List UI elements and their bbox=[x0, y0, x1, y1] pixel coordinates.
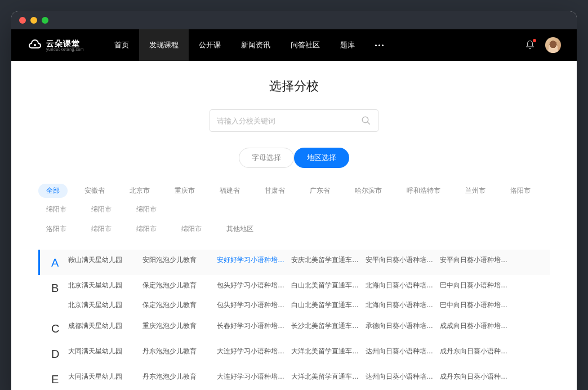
letter-section-E: E大同满天星幼儿园丹东泡泡少儿教育大连好学习小语种培训班大洋北美留学直通车分校达… bbox=[38, 366, 550, 390]
school-item[interactable]: 北京满天星幼儿园 bbox=[68, 281, 140, 290]
region-chip[interactable]: 绵阳市 bbox=[128, 202, 164, 216]
svg-point-1 bbox=[362, 117, 368, 123]
region-chip[interactable]: 其他地区 bbox=[219, 222, 261, 236]
maximize-window-button[interactable] bbox=[42, 17, 48, 24]
school-item[interactable]: 大连好学习小语种培训班 bbox=[217, 372, 289, 382]
region-chip[interactable]: 福建省 bbox=[212, 184, 248, 198]
school-item[interactable]: 安平向日葵小语种培训班 bbox=[366, 255, 438, 265]
school-item[interactable]: 大洋北美留学直通车分校 bbox=[291, 372, 363, 382]
logo[interactable]: 云朵课堂 yunduoketang.com bbox=[27, 37, 84, 53]
letter-section-D: D大同满天星幼儿园丹东泡泡少儿教育大连好学习小语种培训班大洋北美留学直通车分校达… bbox=[38, 341, 550, 366]
school-item[interactable]: 北海向日葵小语种培训班 bbox=[366, 281, 438, 290]
letter-label: D bbox=[51, 347, 68, 361]
close-window-button[interactable] bbox=[19, 17, 26, 24]
school-item[interactable]: 成都满天星幼儿园 bbox=[68, 321, 140, 331]
logo-text-cn: 云朵课堂 bbox=[46, 39, 84, 47]
school-item[interactable]: 鞍山满天星幼儿园 bbox=[68, 255, 140, 265]
school-item[interactable]: 大同满天星幼儿园 bbox=[68, 372, 140, 382]
cloud-logo-icon bbox=[27, 37, 43, 53]
letter-label: C bbox=[51, 321, 68, 335]
school-item[interactable]: 承德向日葵小语种培训班 bbox=[366, 321, 438, 331]
school-item[interactable]: 北京满天星幼儿园 bbox=[68, 300, 140, 310]
page-title: 选择分校 bbox=[38, 78, 550, 95]
region-chip[interactable]: 绵阳市 bbox=[38, 202, 74, 216]
region-chip[interactable]: 北京市 bbox=[122, 184, 158, 198]
region-chip[interactable]: 洛阳市 bbox=[38, 222, 74, 236]
search-input[interactable] bbox=[217, 117, 361, 125]
school-item[interactable]: 巴中向日葵小语种培训班 bbox=[440, 300, 512, 310]
notification-badge bbox=[533, 39, 536, 42]
school-item[interactable]: 成丹东向日葵小语种培训班 bbox=[440, 372, 512, 382]
region-chip[interactable]: 全部 bbox=[38, 184, 68, 198]
region-chip[interactable]: 甘肃省 bbox=[257, 184, 293, 198]
region-chip[interactable]: 绵阳市 bbox=[83, 222, 119, 236]
region-chip[interactable]: 绵阳市 bbox=[128, 222, 164, 236]
school-item[interactable]: 大洋北美留学直通车分校 bbox=[291, 347, 363, 356]
letter-label: E bbox=[51, 372, 68, 386]
svg-point-0 bbox=[34, 44, 36, 46]
letter-section-A: A鞍山满天星幼儿园安阳泡泡少儿教育安好好学习小语种培训班安庆北美留学直通车分校安… bbox=[38, 250, 550, 275]
school-item[interactable]: 安好好学习小语种培训班 bbox=[217, 255, 289, 265]
user-avatar[interactable] bbox=[545, 37, 561, 53]
region-chip[interactable]: 哈尔滨市 bbox=[347, 184, 390, 198]
region-chip[interactable]: 洛阳市 bbox=[502, 184, 538, 198]
region-chip[interactable]: 广东省 bbox=[302, 184, 338, 198]
notifications-button[interactable] bbox=[525, 40, 535, 50]
letter-label: B bbox=[51, 281, 68, 310]
school-item[interactable]: 长沙北美留学直通车分校 bbox=[291, 321, 363, 331]
region-chip[interactable]: 绵阳市 bbox=[83, 202, 119, 216]
letter-section-B: B北京满天星幼儿园保定泡泡少儿教育包头好学习小语种培训班白山北美留学直通车分校北… bbox=[38, 275, 550, 316]
school-item[interactable]: 达州向日葵小语种培训班 bbox=[366, 372, 438, 382]
school-item[interactable]: 丹东泡泡少儿教育 bbox=[142, 372, 215, 382]
window-titlebar bbox=[11, 11, 577, 29]
filter-tab-region[interactable]: 地区选择 bbox=[294, 148, 349, 168]
region-chip[interactable]: 兰州市 bbox=[457, 184, 493, 198]
nav-more-button[interactable] bbox=[365, 45, 394, 46]
svg-line-2 bbox=[367, 122, 370, 125]
region-chip[interactable]: 重庆市 bbox=[167, 184, 203, 198]
nav-item-5[interactable]: 题库 bbox=[330, 29, 365, 61]
school-item[interactable]: 白山北美留学直通车分校 bbox=[291, 300, 363, 310]
letter-label: A bbox=[51, 255, 68, 269]
letter-section-C: C成都满天星幼儿园重庆泡泡少儿教育长春好学习小语种培训班长沙北美留学直通车分校承… bbox=[38, 316, 550, 341]
region-chip[interactable]: 安徽省 bbox=[77, 184, 113, 198]
school-item[interactable]: 丹东泡泡少儿教育 bbox=[142, 347, 215, 356]
school-item[interactable]: 巴中向日葵小语种培训班 bbox=[440, 281, 512, 290]
school-item[interactable]: 成丹东向日葵小语种培训班 bbox=[440, 347, 512, 356]
school-item[interactable]: 保定泡泡少儿教育 bbox=[142, 300, 215, 310]
school-item[interactable]: 长春好学习小语种培训班 bbox=[217, 321, 289, 331]
minimize-window-button[interactable] bbox=[30, 17, 37, 24]
filter-tab-letter[interactable]: 字母选择 bbox=[239, 148, 294, 168]
search-box bbox=[210, 109, 378, 132]
nav-item-1[interactable]: 发现课程 bbox=[139, 29, 189, 61]
region-chip[interactable]: 绵阳市 bbox=[173, 222, 210, 236]
school-item[interactable]: 包头好学习小语种培训班 bbox=[217, 300, 289, 310]
nav-item-0[interactable]: 首页 bbox=[104, 29, 139, 61]
school-item[interactable]: 达州向日葵小语种培训班 bbox=[366, 347, 438, 356]
school-item[interactable]: 包头好学习小语种培训班 bbox=[217, 281, 289, 290]
school-item[interactable]: 北海向日葵小语种培训班 bbox=[366, 300, 438, 310]
nav-item-2[interactable]: 公开课 bbox=[189, 29, 231, 61]
school-item[interactable]: 白山北美留学直通车分校 bbox=[291, 281, 363, 290]
main-navbar: 云朵课堂 yunduoketang.com 首页发现课程公开课新闻资讯问答社区题… bbox=[11, 29, 577, 61]
logo-text-en: yunduoketang.com bbox=[46, 47, 84, 51]
school-item[interactable]: 重庆泡泡少儿教育 bbox=[142, 321, 215, 331]
school-item[interactable]: 安庆北美留学直通车分校 bbox=[291, 255, 363, 265]
school-item[interactable]: 安平向日葵小语种培训班 bbox=[440, 255, 512, 265]
school-item[interactable]: 大同满天星幼儿园 bbox=[68, 347, 140, 356]
nav-item-3[interactable]: 新闻资讯 bbox=[231, 29, 280, 61]
region-chip[interactable]: 呼和浩特市 bbox=[399, 184, 448, 198]
school-item[interactable]: 保定泡泡少儿教育 bbox=[142, 281, 215, 290]
search-icon[interactable] bbox=[361, 116, 371, 126]
nav-item-4[interactable]: 问答社区 bbox=[280, 29, 330, 61]
school-item[interactable]: 安阳泡泡少儿教育 bbox=[142, 255, 215, 265]
school-item[interactable]: 大连好学习小语种培训班 bbox=[217, 347, 289, 356]
school-item[interactable]: 成成向日葵小语种培训班 bbox=[440, 321, 512, 331]
